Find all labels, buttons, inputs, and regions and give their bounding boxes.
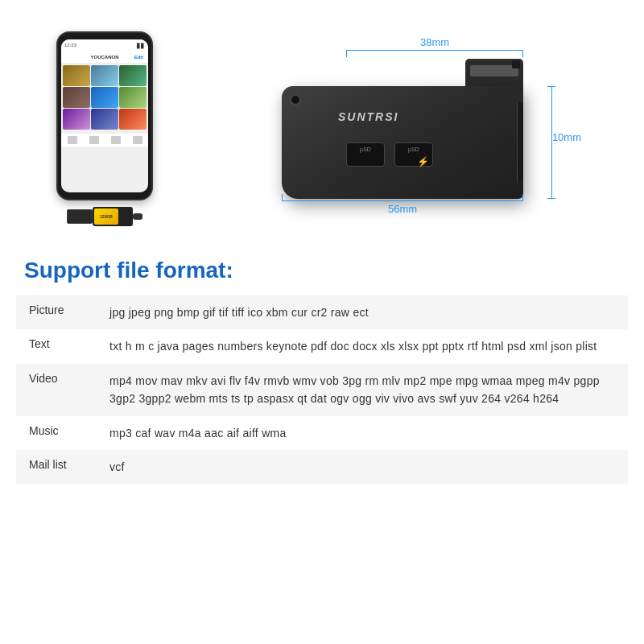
tab-icon — [133, 136, 142, 144]
photo-thumb — [63, 65, 90, 86]
formats-cell: jpg jpeg png bmp gif tif tiff ico xbm cu… — [97, 295, 628, 329]
photo-thumb — [119, 65, 147, 86]
tab-icon — [89, 136, 99, 144]
phone-status-bar: 12:23 ▊▊ — [61, 39, 148, 51]
usb-a-plug-small — [67, 209, 93, 224]
formats-cell: txt h m c java pages numbers keynote pdf… — [97, 329, 628, 363]
table-row: Musicmp3 caf wav m4a aac aif aiff wma — [16, 416, 628, 450]
photo-thumb — [63, 109, 90, 130]
dim-38mm-label: 38mm — [420, 36, 449, 48]
photo-thumb — [91, 87, 118, 108]
phone-area: 12:23 ▊▊ YOUCANON Edit — [16, 8, 193, 250]
category-cell: Video — [16, 364, 97, 416]
category-cell: Picture — [16, 295, 97, 329]
usb-c-plug — [133, 213, 142, 220]
phone-mockup: 12:23 ▊▊ YOUCANON Edit — [56, 31, 153, 200]
dim-38mm-group: 38mm — [346, 36, 523, 57]
usb-body-small: 128GB — [93, 207, 133, 226]
formats-cell: mp4 mov mav mkv avi flv f4v rmvb wmv vob… — [97, 364, 628, 416]
status-time: 12:23 — [64, 43, 76, 47]
right-side-slots — [517, 102, 523, 183]
sd-card-visual: 128GB — [94, 208, 118, 225]
dim-10mm-label: 10mm — [552, 131, 581, 143]
category-cell: Mail list — [16, 450, 97, 484]
category-cell: Text — [16, 329, 97, 363]
table-row: Picturejpg jpeg png bmp gif tif tiff ico… — [16, 295, 628, 329]
phone-app-bar: YOUCANON Edit — [61, 51, 148, 64]
app-name: YOUCANON — [90, 55, 118, 60]
photo-thumb — [119, 109, 147, 130]
photo-thumb — [91, 109, 118, 130]
tab-icon — [68, 136, 77, 144]
photo-thumb — [63, 87, 90, 108]
table-row: Videomp4 mov mav mkv avi flv f4v rmvb wm… — [16, 364, 628, 416]
format-table-body: Picturejpg jpeg png bmp gif tif tiff ico… — [16, 295, 628, 484]
tab-icon — [111, 136, 121, 144]
phone-screen: 12:23 ▊▊ YOUCANON Edit — [61, 39, 148, 192]
category-cell: Music — [16, 416, 97, 450]
dim-56mm-group: 56mm — [282, 194, 523, 215]
sd-slot-2: µSD ⚡ — [394, 142, 433, 167]
device-area: 38mm S — [193, 8, 628, 250]
dim-56mm-label: 56mm — [388, 203, 417, 215]
photo-thumb — [91, 65, 118, 86]
edit-label[interactable]: Edit — [134, 55, 143, 60]
reader-body: SUNTRSI µSD µSD ⚡ — [282, 86, 523, 199]
table-row: Mail listvcf — [16, 450, 628, 484]
photo-thumb — [119, 87, 147, 108]
formats-cell: mp3 caf wav m4a aac aif aiff wma — [97, 416, 628, 450]
page-wrapper: 12:23 ▊▊ YOUCANON Edit — [0, 0, 644, 644]
lightning-icon: ⚡ — [417, 156, 429, 167]
formats-cell: vcf — [97, 450, 628, 484]
top-section: 12:23 ▊▊ YOUCANON Edit — [0, 0, 644, 250]
file-format-table: Picturejpg jpeg png bmp gif tif tiff ico… — [16, 295, 628, 484]
brand-logo: SUNTRSI — [338, 110, 398, 123]
device-image: 38mm S — [282, 36, 539, 221]
signal-icons: ▊▊ — [137, 43, 145, 48]
photo-grid — [61, 64, 148, 131]
support-format-heading: Support file format: — [24, 258, 620, 283]
usb-dongle-area: 128GB — [67, 207, 142, 226]
table-row: Texttxt h m c java pages numbers keynote… — [16, 329, 628, 363]
support-title: Support file format: — [0, 250, 644, 295]
sd-capacity: 128GB — [100, 214, 113, 219]
sd-slot-1: µSD — [346, 142, 385, 167]
keychain-hole — [290, 94, 301, 105]
phone-bottom-bar — [61, 133, 148, 147]
